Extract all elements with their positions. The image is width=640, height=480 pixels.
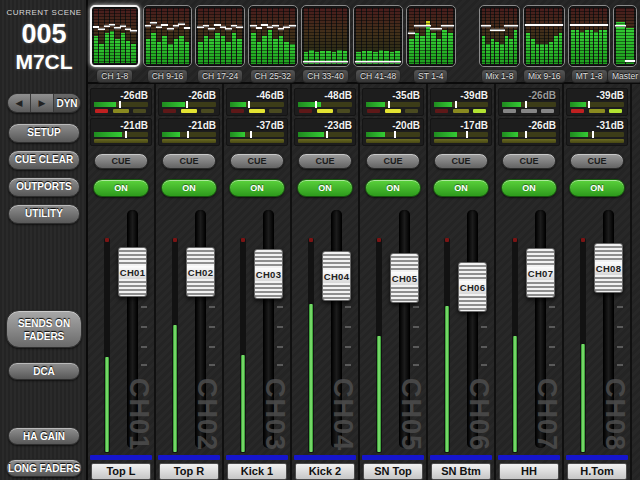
dynamics-2-box[interactable]: -21dB bbox=[158, 118, 220, 146]
scene-number: 005 bbox=[0, 19, 88, 50]
dynamics-2-box[interactable]: -37dB bbox=[226, 118, 288, 146]
dynamics-2-box[interactable]: -31dB bbox=[566, 118, 628, 146]
dynamics-2-box[interactable]: -21dB bbox=[90, 118, 152, 146]
dynamics-1-box[interactable]: -35dB bbox=[362, 88, 424, 116]
fader-cap[interactable]: CH08 bbox=[594, 243, 623, 293]
gain-reduction-segment bbox=[249, 109, 264, 113]
tab-label: CH 41-48 bbox=[355, 69, 401, 83]
channel-level-meter bbox=[376, 238, 382, 453]
cue-button[interactable]: CUE bbox=[502, 153, 556, 169]
cue-button[interactable]: CUE bbox=[570, 153, 624, 169]
fader-cap[interactable]: CH05 bbox=[390, 253, 419, 303]
meter-level-fill bbox=[445, 306, 449, 452]
dynamics-1-box[interactable]: -46dB bbox=[226, 88, 288, 116]
tab-meter-fill bbox=[162, 36, 167, 64]
tab-mix-1-8[interactable]: Mix 1-8 bbox=[479, 5, 521, 83]
gain-reduction-segment bbox=[201, 109, 214, 113]
prev-view-arrow-button[interactable]: ◀ bbox=[8, 94, 31, 112]
gain-reduction-segment bbox=[571, 109, 584, 113]
cue-button[interactable]: CUE bbox=[230, 153, 284, 169]
tab-ch-33-40[interactable]: CH 33-40 bbox=[301, 5, 351, 83]
channel-on-button[interactable]: ON bbox=[433, 179, 489, 197]
channel-on-button[interactable]: ON bbox=[569, 179, 625, 197]
cue-button[interactable]: CUE bbox=[366, 153, 420, 169]
meter-level-fill bbox=[377, 336, 381, 452]
tab-meter-bar bbox=[594, 8, 598, 64]
tab-meter-bar bbox=[356, 8, 361, 64]
fader-scale-tick bbox=[345, 326, 351, 328]
cue-button[interactable]: CUE bbox=[162, 153, 216, 169]
channel-name-box[interactable]: HH bbox=[499, 463, 559, 480]
dynamics-1-box[interactable]: -48dB bbox=[294, 88, 356, 116]
ha-gain-button[interactable]: HA GAIN bbox=[8, 427, 80, 445]
dynamics-1-box[interactable]: -26dB bbox=[498, 88, 560, 116]
dynamics-2-box[interactable]: -17dB bbox=[430, 118, 492, 146]
sends-on-faders-button[interactable]: SENDS ON FADERS bbox=[6, 310, 82, 348]
tab-meter-bar bbox=[576, 8, 580, 64]
tab-meter-bar bbox=[482, 8, 486, 64]
threshold-tick bbox=[394, 131, 396, 138]
tab-meter-fill bbox=[603, 30, 607, 64]
tab-st-1-4[interactable]: ST 1-4 bbox=[406, 5, 456, 83]
outports-button[interactable]: OUTPORTS bbox=[8, 177, 80, 197]
channel-name-box[interactable]: Kick 1 bbox=[227, 463, 287, 480]
tab-meter-fill bbox=[174, 39, 179, 64]
tab-label: Master bbox=[607, 69, 640, 83]
tab-master[interactable]: Master bbox=[613, 5, 637, 83]
tab-meter-bar bbox=[221, 8, 226, 64]
tab-ch-17-24[interactable]: CH 17-24 bbox=[195, 5, 245, 83]
threshold-value: -26dB bbox=[502, 119, 556, 132]
tab-meter-bar bbox=[540, 8, 544, 64]
channel-on-button[interactable]: ON bbox=[93, 179, 149, 197]
threshold-tick bbox=[125, 131, 127, 138]
channel-on-button[interactable]: ON bbox=[297, 179, 353, 197]
gain-reduction-bar bbox=[570, 139, 624, 143]
channel-name-box[interactable]: Top L bbox=[91, 463, 151, 480]
channel-name-box[interactable]: Top R bbox=[159, 463, 219, 480]
channel-name-box[interactable]: SN Top bbox=[363, 463, 423, 480]
dynamics-1-box[interactable]: -26dB bbox=[90, 88, 152, 116]
long-faders-button[interactable]: LONG FADERS bbox=[6, 459, 82, 477]
dynamics-1-box[interactable]: -39dB bbox=[430, 88, 492, 116]
fader-cap[interactable]: CH01 bbox=[118, 247, 147, 297]
cue-button[interactable]: CUE bbox=[94, 153, 148, 169]
channel-on-button[interactable]: ON bbox=[229, 179, 285, 197]
tab-meter-bar bbox=[237, 8, 242, 64]
cue-clear-button[interactable]: CUE CLEAR bbox=[8, 150, 80, 170]
current-scene-display: CURRENT SCENE 005 M7CL bbox=[0, 0, 88, 84]
channel-on-button[interactable]: ON bbox=[161, 179, 217, 197]
dynamics-1-box[interactable]: -39dB bbox=[566, 88, 628, 116]
dynamics-1-box[interactable]: -26dB bbox=[158, 88, 220, 116]
dynamics-2-box[interactable]: -26dB bbox=[498, 118, 560, 146]
dca-button[interactable]: DCA bbox=[8, 362, 80, 380]
cue-button[interactable]: CUE bbox=[434, 153, 488, 169]
tab-ch-41-48[interactable]: CH 41-48 bbox=[353, 5, 403, 83]
tab-meter-fill bbox=[509, 39, 513, 64]
fader-cap[interactable]: CH07 bbox=[526, 248, 555, 298]
fader-cap[interactable]: CH04 bbox=[322, 251, 351, 301]
channel-color-bar bbox=[498, 455, 560, 460]
tab-mix-9-16[interactable]: Mix 9-16 bbox=[523, 5, 565, 83]
tab-ch-1-8[interactable]: CH 1-8 bbox=[90, 5, 140, 83]
dynamics-2-box[interactable]: -23dB bbox=[294, 118, 356, 146]
dynamics-2-box[interactable]: -20dB bbox=[362, 118, 424, 146]
channel-name-box[interactable]: SN Btm bbox=[431, 463, 491, 480]
tab-meter-bar bbox=[126, 9, 130, 63]
next-view-arrow-button[interactable]: ▶ bbox=[31, 94, 54, 112]
utility-button[interactable]: UTILITY bbox=[8, 204, 80, 224]
fader-cap[interactable]: CH03 bbox=[254, 249, 283, 299]
tab-mt-1-8[interactable]: MT 1-8 bbox=[568, 5, 610, 83]
tab-ch-25-32[interactable]: CH 25-32 bbox=[248, 5, 298, 83]
cue-button[interactable]: CUE bbox=[298, 153, 352, 169]
channel-on-button[interactable]: ON bbox=[365, 179, 421, 197]
tab-meter-fill bbox=[540, 44, 544, 64]
fader-cap-ridges bbox=[187, 248, 214, 266]
channel-name-box[interactable]: Kick 2 bbox=[295, 463, 355, 480]
fader-cap[interactable]: CH02 bbox=[186, 247, 215, 297]
tab-meter-fill bbox=[491, 39, 495, 64]
setup-button[interactable]: SETUP bbox=[8, 123, 80, 143]
tab-ch-9-16[interactable]: CH 9-16 bbox=[143, 5, 193, 83]
channel-name-box[interactable]: H.Tom bbox=[567, 463, 627, 480]
channel-on-button[interactable]: ON bbox=[501, 179, 557, 197]
fader-cap[interactable]: CH06 bbox=[458, 262, 487, 312]
